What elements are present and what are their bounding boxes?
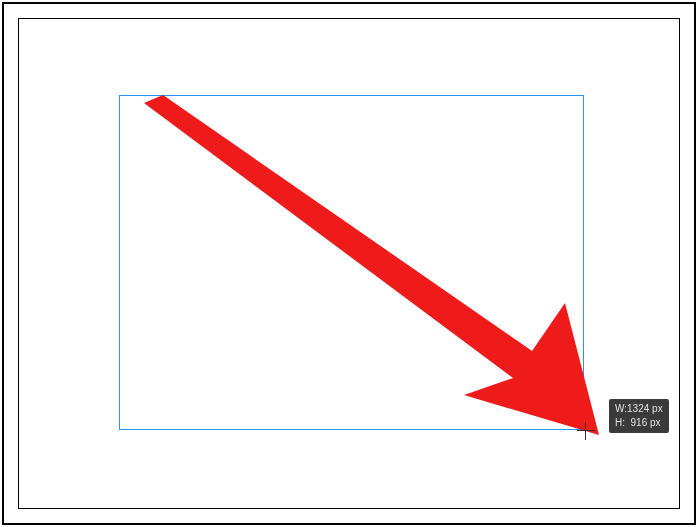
height-value: 916 px [631, 417, 661, 428]
canvas-area[interactable]: W:1324 px H: 916 px [18, 18, 680, 509]
screenshot-frame: W:1324 px H: 916 px [2, 2, 696, 525]
dimension-tooltip: W:1324 px H: 916 px [609, 399, 669, 433]
width-value: 1324 px [627, 403, 663, 414]
rectangle-shape-outline[interactable] [119, 95, 584, 430]
width-label: W: [615, 403, 627, 414]
height-label: H: [615, 417, 625, 428]
